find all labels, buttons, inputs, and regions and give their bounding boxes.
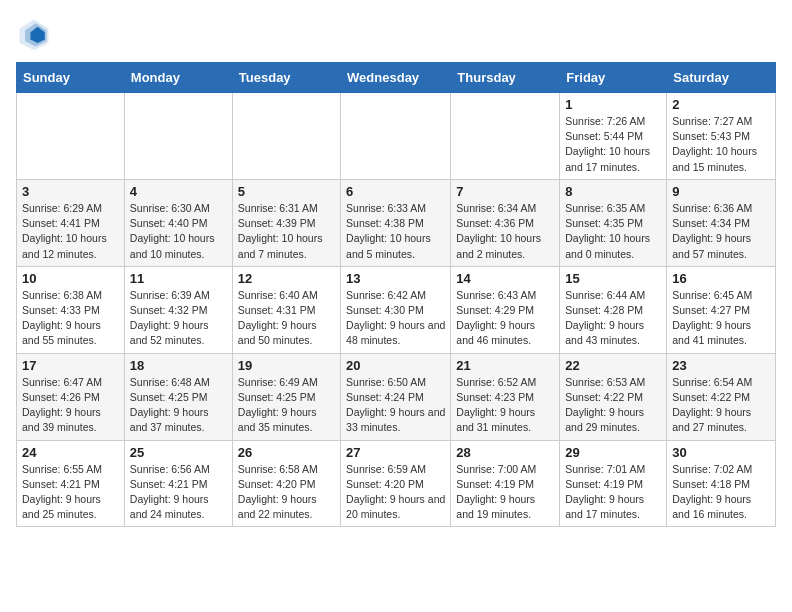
day-cell: 25Sunrise: 6:56 AMSunset: 4:21 PMDayligh…: [124, 440, 232, 527]
day-cell: 28Sunrise: 7:00 AMSunset: 4:19 PMDayligh…: [451, 440, 560, 527]
day-info: Sunrise: 6:59 AMSunset: 4:20 PMDaylight:…: [346, 462, 445, 523]
day-info: Sunrise: 6:48 AMSunset: 4:25 PMDaylight:…: [130, 375, 227, 436]
day-cell: 27Sunrise: 6:59 AMSunset: 4:20 PMDayligh…: [341, 440, 451, 527]
day-info: Sunrise: 6:52 AMSunset: 4:23 PMDaylight:…: [456, 375, 554, 436]
day-number: 16: [672, 271, 770, 286]
week-row-1: 1Sunrise: 7:26 AMSunset: 5:44 PMDaylight…: [17, 93, 776, 180]
day-cell: 19Sunrise: 6:49 AMSunset: 4:25 PMDayligh…: [232, 353, 340, 440]
day-cell: 5Sunrise: 6:31 AMSunset: 4:39 PMDaylight…: [232, 179, 340, 266]
day-number: 6: [346, 184, 445, 199]
day-info: Sunrise: 6:55 AMSunset: 4:21 PMDaylight:…: [22, 462, 119, 523]
day-cell: 21Sunrise: 6:52 AMSunset: 4:23 PMDayligh…: [451, 353, 560, 440]
day-cell: 4Sunrise: 6:30 AMSunset: 4:40 PMDaylight…: [124, 179, 232, 266]
day-number: 24: [22, 445, 119, 460]
day-info: Sunrise: 6:45 AMSunset: 4:27 PMDaylight:…: [672, 288, 770, 349]
day-cell: 11Sunrise: 6:39 AMSunset: 4:32 PMDayligh…: [124, 266, 232, 353]
logo: [16, 16, 56, 52]
day-cell: 29Sunrise: 7:01 AMSunset: 4:19 PMDayligh…: [560, 440, 667, 527]
day-info: Sunrise: 6:49 AMSunset: 4:25 PMDaylight:…: [238, 375, 335, 436]
col-header-wednesday: Wednesday: [341, 63, 451, 93]
day-info: Sunrise: 7:02 AMSunset: 4:18 PMDaylight:…: [672, 462, 770, 523]
day-number: 29: [565, 445, 661, 460]
day-cell: 20Sunrise: 6:50 AMSunset: 4:24 PMDayligh…: [341, 353, 451, 440]
day-info: Sunrise: 6:54 AMSunset: 4:22 PMDaylight:…: [672, 375, 770, 436]
header-row: SundayMondayTuesdayWednesdayThursdayFrid…: [17, 63, 776, 93]
week-row-4: 17Sunrise: 6:47 AMSunset: 4:26 PMDayligh…: [17, 353, 776, 440]
day-info: Sunrise: 6:30 AMSunset: 4:40 PMDaylight:…: [130, 201, 227, 262]
day-cell: 12Sunrise: 6:40 AMSunset: 4:31 PMDayligh…: [232, 266, 340, 353]
day-info: Sunrise: 6:40 AMSunset: 4:31 PMDaylight:…: [238, 288, 335, 349]
day-number: 18: [130, 358, 227, 373]
day-info: Sunrise: 7:00 AMSunset: 4:19 PMDaylight:…: [456, 462, 554, 523]
day-info: Sunrise: 6:44 AMSunset: 4:28 PMDaylight:…: [565, 288, 661, 349]
week-row-3: 10Sunrise: 6:38 AMSunset: 4:33 PMDayligh…: [17, 266, 776, 353]
day-info: Sunrise: 6:36 AMSunset: 4:34 PMDaylight:…: [672, 201, 770, 262]
day-number: 5: [238, 184, 335, 199]
day-info: Sunrise: 7:01 AMSunset: 4:19 PMDaylight:…: [565, 462, 661, 523]
day-cell: [17, 93, 125, 180]
day-number: 9: [672, 184, 770, 199]
day-cell: 8Sunrise: 6:35 AMSunset: 4:35 PMDaylight…: [560, 179, 667, 266]
day-cell: [232, 93, 340, 180]
day-number: 13: [346, 271, 445, 286]
day-info: Sunrise: 6:56 AMSunset: 4:21 PMDaylight:…: [130, 462, 227, 523]
day-number: 23: [672, 358, 770, 373]
day-cell: 6Sunrise: 6:33 AMSunset: 4:38 PMDaylight…: [341, 179, 451, 266]
day-cell: 2Sunrise: 7:27 AMSunset: 5:43 PMDaylight…: [667, 93, 776, 180]
day-cell: 15Sunrise: 6:44 AMSunset: 4:28 PMDayligh…: [560, 266, 667, 353]
day-info: Sunrise: 6:29 AMSunset: 4:41 PMDaylight:…: [22, 201, 119, 262]
day-cell: 17Sunrise: 6:47 AMSunset: 4:26 PMDayligh…: [17, 353, 125, 440]
day-cell: 7Sunrise: 6:34 AMSunset: 4:36 PMDaylight…: [451, 179, 560, 266]
col-header-friday: Friday: [560, 63, 667, 93]
day-cell: 26Sunrise: 6:58 AMSunset: 4:20 PMDayligh…: [232, 440, 340, 527]
day-cell: 14Sunrise: 6:43 AMSunset: 4:29 PMDayligh…: [451, 266, 560, 353]
day-number: 22: [565, 358, 661, 373]
week-row-2: 3Sunrise: 6:29 AMSunset: 4:41 PMDaylight…: [17, 179, 776, 266]
day-cell: 1Sunrise: 7:26 AMSunset: 5:44 PMDaylight…: [560, 93, 667, 180]
day-info: Sunrise: 6:31 AMSunset: 4:39 PMDaylight:…: [238, 201, 335, 262]
day-cell: 24Sunrise: 6:55 AMSunset: 4:21 PMDayligh…: [17, 440, 125, 527]
day-cell: 30Sunrise: 7:02 AMSunset: 4:18 PMDayligh…: [667, 440, 776, 527]
day-info: Sunrise: 7:26 AMSunset: 5:44 PMDaylight:…: [565, 114, 661, 175]
day-number: 17: [22, 358, 119, 373]
calendar-table: SundayMondayTuesdayWednesdayThursdayFrid…: [16, 62, 776, 527]
day-info: Sunrise: 6:47 AMSunset: 4:26 PMDaylight:…: [22, 375, 119, 436]
day-cell: 10Sunrise: 6:38 AMSunset: 4:33 PMDayligh…: [17, 266, 125, 353]
day-number: 25: [130, 445, 227, 460]
day-cell: 18Sunrise: 6:48 AMSunset: 4:25 PMDayligh…: [124, 353, 232, 440]
day-info: Sunrise: 6:42 AMSunset: 4:30 PMDaylight:…: [346, 288, 445, 349]
day-info: Sunrise: 6:33 AMSunset: 4:38 PMDaylight:…: [346, 201, 445, 262]
day-info: Sunrise: 6:39 AMSunset: 4:32 PMDaylight:…: [130, 288, 227, 349]
day-info: Sunrise: 6:58 AMSunset: 4:20 PMDaylight:…: [238, 462, 335, 523]
day-info: Sunrise: 6:43 AMSunset: 4:29 PMDaylight:…: [456, 288, 554, 349]
day-number: 28: [456, 445, 554, 460]
day-number: 7: [456, 184, 554, 199]
day-number: 21: [456, 358, 554, 373]
day-number: 10: [22, 271, 119, 286]
day-cell: 3Sunrise: 6:29 AMSunset: 4:41 PMDaylight…: [17, 179, 125, 266]
day-number: 3: [22, 184, 119, 199]
col-header-saturday: Saturday: [667, 63, 776, 93]
day-cell: 9Sunrise: 6:36 AMSunset: 4:34 PMDaylight…: [667, 179, 776, 266]
day-info: Sunrise: 7:27 AMSunset: 5:43 PMDaylight:…: [672, 114, 770, 175]
day-cell: [124, 93, 232, 180]
day-number: 15: [565, 271, 661, 286]
day-cell: [451, 93, 560, 180]
day-number: 26: [238, 445, 335, 460]
day-number: 8: [565, 184, 661, 199]
day-number: 4: [130, 184, 227, 199]
day-info: Sunrise: 6:35 AMSunset: 4:35 PMDaylight:…: [565, 201, 661, 262]
col-header-monday: Monday: [124, 63, 232, 93]
day-number: 1: [565, 97, 661, 112]
week-row-5: 24Sunrise: 6:55 AMSunset: 4:21 PMDayligh…: [17, 440, 776, 527]
day-cell: 16Sunrise: 6:45 AMSunset: 4:27 PMDayligh…: [667, 266, 776, 353]
logo-icon: [16, 16, 52, 52]
day-number: 2: [672, 97, 770, 112]
day-cell: 22Sunrise: 6:53 AMSunset: 4:22 PMDayligh…: [560, 353, 667, 440]
header: [16, 16, 776, 52]
day-info: Sunrise: 6:53 AMSunset: 4:22 PMDaylight:…: [565, 375, 661, 436]
day-number: 14: [456, 271, 554, 286]
day-info: Sunrise: 6:38 AMSunset: 4:33 PMDaylight:…: [22, 288, 119, 349]
day-info: Sunrise: 6:50 AMSunset: 4:24 PMDaylight:…: [346, 375, 445, 436]
day-cell: 13Sunrise: 6:42 AMSunset: 4:30 PMDayligh…: [341, 266, 451, 353]
